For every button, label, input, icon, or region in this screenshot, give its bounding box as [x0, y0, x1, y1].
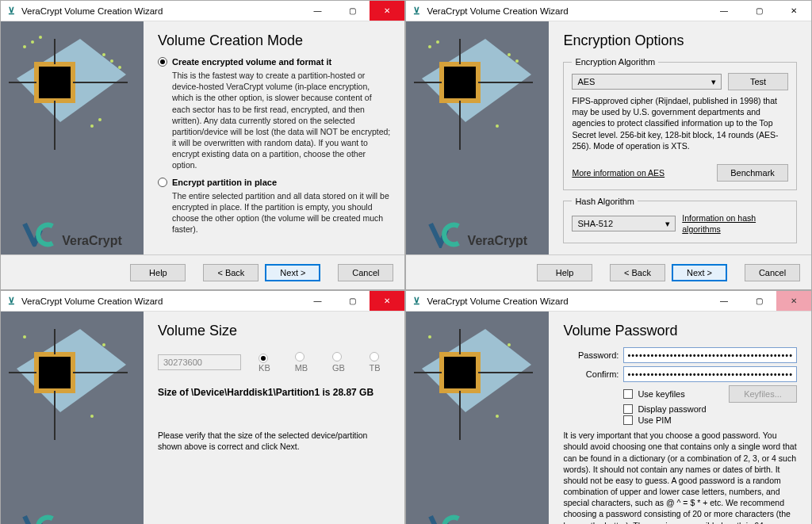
- option-desc: The entire selected partition and all da…: [172, 190, 390, 235]
- svg-point-41: [508, 343, 511, 346]
- display-password-checkbox[interactable]: [623, 404, 633, 414]
- wizard-footer: Help < Back Next > Cancel: [406, 254, 811, 289]
- maximize-button[interactable]: ▢: [335, 1, 370, 21]
- wizard-window-encryption: ⊻ VeraCrypt Volume Creation Wizard — ▢ ✕: [405, 0, 812, 290]
- svg-point-7: [31, 40, 34, 44]
- minimize-button[interactable]: —: [707, 291, 741, 311]
- svg-point-42: [496, 415, 499, 418]
- group-legend: Encryption Algorithm: [572, 57, 658, 67]
- page-title: Volume Creation Mode: [158, 33, 390, 49]
- close-button[interactable]: ✕: [776, 1, 811, 21]
- more-info-link[interactable]: More information on AES: [572, 167, 665, 178]
- content-area: Volume Password Password: ••••••••••••••…: [549, 312, 811, 524]
- use-pim-label: Use PIM: [638, 415, 671, 425]
- brand-label: VeraCrypt: [468, 234, 528, 248]
- wizard-window-password: ⊻ VeraCrypt Volume Creation Wizard — ▢ ✕: [405, 290, 812, 524]
- window-title: VeraCrypt Volume Creation Wizard: [21, 6, 163, 16]
- algo-description: FIPS-approved cipher (Rijndael, publishe…: [572, 95, 788, 151]
- svg-point-21: [436, 40, 439, 44]
- svg-point-40: [428, 335, 431, 338]
- unit-gb: GB: [332, 352, 355, 373]
- test-button[interactable]: Test: [728, 73, 788, 90]
- use-pim-checkbox[interactable]: [623, 415, 633, 425]
- titlebar[interactable]: ⊻ VeraCrypt Volume Creation Wizard — ▢ ✕: [1, 291, 404, 312]
- select-value: AES: [577, 77, 595, 86]
- app-icon: ⊻: [411, 296, 422, 307]
- wizard-window-size: ⊻ VeraCrypt Volume Creation Wizard — ▢ ✕: [0, 290, 405, 524]
- svg-point-24: [496, 124, 499, 128]
- content-area: Volume Size 30273600 KB MB GB TB Size of…: [144, 312, 404, 524]
- svg-point-12: [90, 124, 94, 128]
- encryption-algo-select[interactable]: AES ▾: [572, 74, 722, 90]
- chevron-down-icon: ▾: [665, 219, 670, 229]
- svg-point-23: [515, 59, 519, 63]
- titlebar[interactable]: ⊻ VeraCrypt Volume Creation Wizard — ▢ ✕: [406, 291, 811, 312]
- page-title: Encryption Options: [563, 33, 797, 49]
- svg-point-32: [102, 343, 105, 346]
- option-encrypt-in-place[interactable]: Encrypt partition in place: [158, 178, 390, 187]
- minimize-button[interactable]: —: [707, 1, 741, 21]
- help-button[interactable]: Help: [537, 264, 592, 281]
- use-keyfiles-checkbox[interactable]: [623, 389, 633, 399]
- option-create-format[interactable]: Create encrypted volume and format it: [158, 57, 390, 67]
- close-button[interactable]: ✕: [370, 291, 404, 311]
- wizard-sidebar: VeraCrypt: [406, 21, 549, 254]
- wizard-footer: Help < Back Next > Cancel: [1, 254, 404, 289]
- app-icon: ⊻: [6, 6, 17, 17]
- option-desc: This is the fastest way to create a part…: [172, 70, 390, 171]
- benchmark-button[interactable]: Benchmark: [717, 164, 788, 182]
- cancel-button[interactable]: Cancel: [745, 264, 800, 281]
- encryption-algorithm-group: Encryption Algorithm AES ▾ Test FIPS-app…: [563, 57, 797, 190]
- brand-label: VeraCrypt: [62, 234, 122, 248]
- close-button[interactable]: ✕: [776, 291, 811, 311]
- minimize-button[interactable]: —: [300, 1, 335, 21]
- unit-mb: MB: [295, 352, 318, 373]
- back-button[interactable]: < Back: [203, 264, 259, 281]
- maximize-button[interactable]: ▢: [335, 291, 370, 311]
- svg-point-22: [508, 53, 511, 56]
- content-area: Encryption Options Encryption Algorithm …: [549, 21, 811, 254]
- cancel-button[interactable]: Cancel: [338, 264, 393, 281]
- verify-note: Please verify that the size of the selec…: [158, 430, 390, 452]
- next-button[interactable]: Next >: [672, 264, 727, 281]
- unit-kb: KB: [259, 353, 281, 373]
- radio-icon: [158, 57, 167, 67]
- unit-radios: KB MB GB TB: [259, 352, 390, 373]
- svg-point-6: [23, 45, 26, 48]
- size-summary: Size of \Device\Harddisk1\Partition1 is …: [158, 387, 390, 398]
- window-title: VeraCrypt Volume Creation Wizard: [21, 296, 163, 306]
- option-label: Create encrypted volume and format it: [172, 57, 331, 67]
- maximize-button[interactable]: ▢: [741, 291, 776, 311]
- minimize-button[interactable]: —: [300, 291, 335, 311]
- svg-point-20: [428, 45, 431, 48]
- confirm-label: Confirm:: [563, 369, 619, 379]
- confirm-input[interactable]: ••••••••••••••••••••••••••••••••••••••••…: [623, 366, 797, 382]
- page-title: Volume Size: [158, 323, 390, 339]
- option-label: Encrypt partition in place: [172, 178, 277, 187]
- display-password-label: Display password: [638, 404, 706, 414]
- svg-point-9: [102, 53, 105, 56]
- svg-point-11: [118, 66, 121, 69]
- password-label: Password:: [563, 350, 619, 360]
- app-icon: ⊻: [6, 296, 17, 307]
- window-title: VeraCrypt Volume Creation Wizard: [427, 6, 568, 16]
- help-button[interactable]: Help: [130, 264, 186, 281]
- radio-icon: [158, 178, 167, 187]
- hash-algo-select[interactable]: SHA-512 ▾: [572, 216, 676, 231]
- maximize-button[interactable]: ▢: [741, 1, 776, 21]
- svg-rect-15: [442, 64, 478, 101]
- close-button[interactable]: ✕: [370, 1, 404, 21]
- svg-point-13: [98, 118, 102, 121]
- titlebar[interactable]: ⊻ VeraCrypt Volume Creation Wizard — ▢ ✕: [406, 1, 811, 21]
- group-legend: Hash Algorithm: [572, 197, 638, 206]
- window-title: VeraCrypt Volume Creation Wizard: [427, 296, 568, 306]
- password-advice: It is very important that you choose a g…: [563, 430, 797, 524]
- wizard-sidebar: VeraCrypt: [1, 21, 144, 254]
- hash-info-link[interactable]: Information on hash algorithms: [682, 212, 788, 235]
- back-button[interactable]: < Back: [610, 264, 665, 281]
- next-button[interactable]: Next >: [265, 264, 320, 281]
- titlebar[interactable]: ⊻ VeraCrypt Volume Creation Wizard — ▢ ✕: [1, 1, 404, 21]
- wizard-sidebar: VeraCrypt: [406, 312, 549, 524]
- wizard-sidebar: VeraCrypt: [1, 312, 144, 524]
- password-input[interactable]: ••••••••••••••••••••••••••••••••••••••••…: [623, 347, 797, 363]
